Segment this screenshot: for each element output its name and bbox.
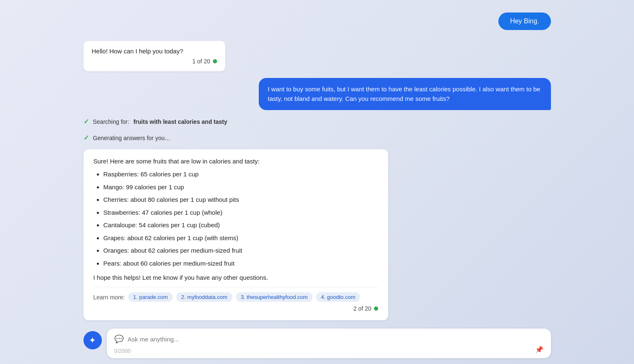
learn-more-link-4[interactable]: 4. goodto.com bbox=[316, 292, 360, 302]
chat-input[interactable] bbox=[128, 336, 543, 343]
list-item: Cherries: about 80 calories per 1 cup wi… bbox=[104, 195, 378, 205]
learn-more-section: Learn more: 1. parade.com 2. myfooddata.… bbox=[93, 287, 378, 312]
message-icon: 💬 bbox=[114, 334, 124, 344]
sparkle-icon: ✦ bbox=[89, 335, 96, 345]
learn-more-link-2[interactable]: 2. myfooddata.com bbox=[176, 292, 232, 302]
input-row: 💬 bbox=[114, 334, 543, 344]
answer-closing: I hope this helps! Let me know if you ha… bbox=[93, 274, 378, 281]
checkmark-icon-1: ✓ bbox=[83, 118, 89, 126]
answer-counter-text: 2 of 20 bbox=[354, 305, 371, 312]
char-counter: 0/2000 bbox=[114, 348, 131, 354]
list-item: Strawberries: 47 calories per 1 cup (who… bbox=[104, 208, 378, 218]
list-item: Pears: about 60 calories per medium-size… bbox=[104, 259, 378, 269]
bot-greeting-counter: 1 of 20 bbox=[92, 58, 217, 65]
searching-label: Searching for: bbox=[93, 118, 129, 125]
avatar-button[interactable]: ✦ bbox=[83, 331, 102, 349]
bot-greeting-bubble: Hello! How can I help you today? 1 of 20 bbox=[83, 41, 225, 71]
user-message-row: I want to buy some fuits, but I want the… bbox=[83, 78, 551, 110]
generating-status-row: ✓ Generating answers for you… bbox=[83, 133, 551, 143]
searching-status-row: ✓ Searching for: fruits with least calor… bbox=[83, 117, 551, 126]
input-bottom: 0/2000 📌 bbox=[114, 345, 543, 354]
list-item: Mango: 99 calories per 1 cup bbox=[104, 183, 378, 192]
answer-list: Raspberries: 65 calories per 1 cup Mango… bbox=[93, 170, 378, 268]
checkmark-icon-2: ✓ bbox=[83, 134, 89, 142]
searching-query: fruits with least calories and tasty bbox=[134, 118, 227, 125]
answer-counter: 2 of 20 bbox=[354, 305, 378, 312]
bot-greeting-text: Hello! How can I help you today? bbox=[92, 48, 217, 55]
pin-icon[interactable]: 📌 bbox=[535, 346, 543, 354]
list-item: Raspberries: 65 calories per 1 cup bbox=[104, 170, 378, 179]
hey-bing-button[interactable]: Hey Bing. bbox=[498, 13, 551, 30]
learn-more-link-3[interactable]: 3. thesuperhealthyfood.com bbox=[236, 292, 313, 302]
input-area: ✦ 💬 0/2000 📌 bbox=[67, 329, 568, 364]
hey-bing-row: Hey Bing. bbox=[83, 8, 551, 34]
greeting-counter-text: 1 of 20 bbox=[192, 58, 210, 65]
answer-intro: Sure! Here are some fruits that are low … bbox=[93, 158, 378, 165]
learn-more-link-1[interactable]: 1. parade.com bbox=[128, 292, 173, 302]
list-item: Cantaloupe: 54 calories per 1 cup (cubed… bbox=[104, 221, 378, 230]
list-item: Oranges: about 62 calories per medium-si… bbox=[104, 246, 378, 256]
generating-label: Generating answers for you… bbox=[93, 135, 171, 141]
input-box: 💬 0/2000 📌 bbox=[107, 329, 551, 358]
learn-more-label: Learn more: bbox=[93, 294, 125, 301]
list-item: Grapes: about 62 calories per 1 cup (wit… bbox=[104, 233, 378, 243]
user-bubble: I want to buy some fuits, but I want the… bbox=[259, 78, 551, 110]
answer-green-dot-icon bbox=[374, 306, 378, 311]
answer-card: Sure! Here are some fruits that are low … bbox=[83, 149, 388, 320]
green-dot-icon bbox=[213, 59, 217, 63]
